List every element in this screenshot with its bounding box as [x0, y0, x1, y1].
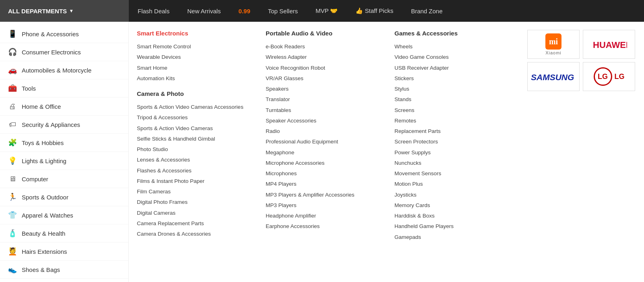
list-item[interactable]: Turntables — [266, 105, 386, 116]
list-item[interactable]: Automation Kits — [137, 73, 258, 84]
sidebar-item-shoes[interactable]: 👟 Shoes & Bags — [0, 261, 128, 279]
list-item[interactable]: Microphone Accessories — [266, 158, 386, 168]
sidebar-item-lights[interactable]: 💡 Lights & Lighting — [0, 152, 128, 170]
list-item[interactable]: Headphone Amplifier — [266, 211, 386, 221]
all-departments-button[interactable]: ALL DEPARTMENTS ▾ — [0, 0, 129, 22]
sidebar-label-security: Security & Appliances — [22, 121, 80, 128]
portable-audio-links: e-Book ReadersWireless AdapterVoice Reco… — [266, 41, 386, 232]
list-item[interactable]: MP3 Players & Amplifier Accessories — [266, 190, 386, 200]
sidebar-label-hair: Hairs Extensions — [22, 248, 67, 255]
sidebar-item-toys[interactable]: 🧩 Toys & Hobbies — [0, 134, 128, 152]
list-item[interactable]: Flashes & Accessories — [137, 166, 258, 176]
sidebar-item-tools[interactable]: 🧰 Tools — [0, 79, 128, 97]
list-item[interactable]: USB Receiver Adapter — [394, 63, 515, 73]
sidebar-item-security[interactable]: 🏷 Security & Appliances — [0, 116, 128, 134]
samsung-svg: SAMSUNG — [529, 68, 578, 84]
list-item[interactable]: Stickers — [394, 73, 515, 84]
list-item[interactable]: Translator — [266, 94, 386, 105]
list-item[interactable]: Handheld Game Players — [394, 221, 515, 232]
list-item[interactable]: Film Cameras — [137, 187, 258, 197]
list-item[interactable]: Radio — [266, 126, 386, 137]
list-item[interactable]: Photo Studio — [137, 144, 258, 155]
list-item[interactable]: Camera Drones & Accessories — [137, 229, 258, 239]
list-item[interactable]: Screen Protectors — [394, 137, 515, 147]
shoes-icon: 👟 — [8, 265, 17, 274]
list-item[interactable]: Gamepads — [394, 232, 515, 243]
brand-lg[interactable]: LG LG — [583, 62, 635, 91]
sidebar-item-sports[interactable]: 🏃 Sports & Outdoor — [0, 188, 128, 206]
list-item[interactable]: Memory Cards — [394, 200, 515, 211]
nav-mvp[interactable]: MVP 🤝 — [307, 0, 347, 22]
xiaomi-text: Xiaomi — [545, 50, 561, 55]
nav-brand-zone[interactable]: Brand Zone — [402, 0, 451, 22]
sidebar-item-electronics[interactable]: 🎧 Consumer Electronics — [0, 43, 128, 61]
list-item[interactable]: Sports & Action Video Cameras Accessorie… — [137, 102, 258, 112]
sidebar-item-phone[interactable]: 📱 Phone & Accessories — [0, 25, 128, 43]
sidebar-item-hair[interactable]: 💆 Hairs Extensions — [0, 243, 128, 261]
nav-price-099[interactable]: 0.99 — [230, 0, 259, 22]
list-item[interactable]: Digital Photo Frames — [137, 197, 258, 207]
list-item[interactable]: Earphone Accessories — [266, 221, 386, 232]
header-games: Games & Accessories — [394, 30, 515, 37]
list-item[interactable]: Motion Plus — [394, 179, 515, 189]
list-item[interactable]: Megaphone — [266, 147, 386, 158]
phone-icon: 📱 — [8, 29, 17, 38]
nav-staff-picks[interactable]: 👍 Staff Picks — [347, 0, 402, 22]
sports-icon: 🏃 — [8, 193, 17, 201]
sidebar-item-beauty[interactable]: 🧴 Beauty & Health — [0, 224, 128, 243]
list-item[interactable]: Sports & Action Video Cameras — [137, 123, 258, 134]
sidebar-item-home[interactable]: 🖨 Home & Office — [0, 97, 128, 116]
games-links: WheelsVideo Game ConsolesUSB Receiver Ad… — [394, 41, 515, 243]
list-item[interactable]: Video Game Consoles — [394, 52, 515, 62]
list-item[interactable]: MP3 Players — [266, 200, 386, 211]
list-item[interactable]: Professional Audio Equipment — [266, 137, 386, 147]
chevron-down-icon: ▾ — [70, 8, 72, 14]
all-departments-label: ALL DEPARTMENTS — [8, 8, 67, 15]
list-item[interactable]: e-Book Readers — [266, 41, 386, 52]
brand-xiaomi[interactable]: mi Xiaomi — [527, 30, 580, 59]
list-item[interactable]: Remotes — [394, 116, 515, 126]
header-camera-photo: Camera & Photo — [137, 90, 258, 97]
list-item[interactable]: Wearable Devices — [137, 52, 258, 62]
list-item[interactable]: Replacement Parts — [394, 126, 515, 137]
list-item[interactable]: Movement Sensors — [394, 168, 515, 179]
list-item[interactable]: Camera Replacement Parts — [137, 218, 258, 229]
list-item[interactable]: Speakers — [266, 84, 386, 94]
list-item[interactable]: Nunchucks — [394, 158, 515, 168]
sidebar-item-apparel[interactable]: 👕 Apparel & Watches — [0, 206, 128, 224]
brand-samsung[interactable]: SAMSUNG — [527, 62, 580, 91]
list-item[interactable]: Tripod & Accessories — [137, 112, 258, 123]
list-item[interactable]: Harddisk & Boxs — [394, 211, 515, 221]
list-item[interactable]: Digital Cameras — [137, 208, 258, 218]
nav-new-arrivals[interactable]: New Arrivals — [178, 0, 229, 22]
apparel-icon: 👕 — [8, 211, 17, 220]
list-item[interactable]: Power Supplys — [394, 147, 515, 158]
list-item[interactable]: Selfie Sticks & Handheld Gimbal — [137, 134, 258, 144]
list-item[interactable]: MP4 Players — [266, 179, 386, 189]
list-item[interactable]: Joysticks — [394, 190, 515, 200]
sidebar-label-beauty: Beauty & Health — [22, 230, 65, 237]
list-item[interactable]: Wheels — [394, 41, 515, 52]
security-icon: 🏷 — [8, 120, 17, 129]
sidebar-item-auto[interactable]: 🚗 Automobiles & Motorcycle — [0, 61, 128, 79]
lg-text: LG — [615, 73, 625, 81]
sidebar-label-phone: Phone & Accessories — [22, 31, 79, 37]
nav-top-sellers[interactable]: Top Sellers — [259, 0, 307, 22]
sidebar-label-electronics: Consumer Electronics — [22, 49, 81, 56]
list-item[interactable]: VR/AR Glasses — [266, 73, 386, 84]
list-item[interactable]: Stylus — [394, 84, 515, 94]
brand-huawei[interactable]: HUAWEI — [583, 30, 635, 59]
list-item[interactable]: Stands — [394, 94, 515, 105]
list-item[interactable]: Speaker Accessories — [266, 116, 386, 126]
list-item[interactable]: Wireless Adapter — [266, 52, 386, 62]
list-item[interactable]: Smart Remote Control — [137, 41, 258, 52]
sidebar-item-computer[interactable]: 🖥 Computer — [0, 170, 128, 188]
tools-icon: 🧰 — [8, 84, 17, 93]
list-item[interactable]: Lenses & Accessories — [137, 155, 258, 165]
list-item[interactable]: Films & Instant Photo Paper — [137, 176, 258, 187]
list-item[interactable]: Smart Home — [137, 63, 258, 73]
list-item[interactable]: Microphones — [266, 168, 386, 179]
list-item[interactable]: Voice Recognition Robot — [266, 63, 386, 73]
nav-flash-deals[interactable]: Flash Deals — [129, 0, 178, 22]
list-item[interactable]: Screens — [394, 105, 515, 116]
